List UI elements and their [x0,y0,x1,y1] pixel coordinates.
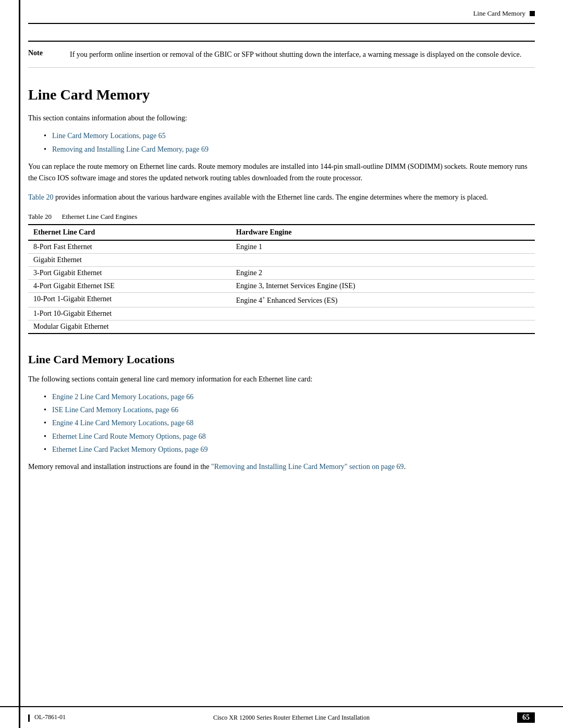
list-item: ISE Line Card Memory Locations, page 66 [44,403,535,416]
subsection-link[interactable]: Ethernet Line Card Route Memory Options,… [52,433,206,440]
table-cell-engine [231,307,535,320]
table-row: 4-Port Gigabit Ethernet ISEEngine 3, Int… [28,279,535,292]
table-row: Modular Gigabit Ethernet [28,320,535,334]
table-cell-engine: Engine 1 [231,240,535,254]
col-header-card: Ethernet Line Card [28,225,231,240]
table-caption-text: Ethernet Line Card Engines [62,213,137,220]
table-header-row: Ethernet Line Card Hardware Engine [28,225,535,240]
subsection-link[interactable]: Engine 2 Line Card Memory Locations, pag… [52,393,193,401]
table-row: 3-Port Gigabit EthernetEngine 2 [28,266,535,279]
table-cell-card: Gigabit Ethernet [28,253,231,266]
table-caption: Table 20 Ethernet Line Card Engines [28,213,535,221]
table-body: 8-Port Fast EthernetEngine 1Gigabit Ethe… [28,240,535,334]
list-item: Engine 4 Line Card Memory Locations, pag… [44,416,535,429]
footer-part-number: OL-7861-01 [34,713,66,721]
footer-page-number: 65 [517,712,535,723]
body-text-2-rest: provides information about the various h… [53,193,488,201]
link-removing-installing[interactable]: Removing and Installing Line Card Memory… [52,145,209,153]
page: Line Card Memory Note If you perform onl… [0,0,563,728]
body-text-2: Table 20 provides information about the … [28,192,535,203]
subsection-link[interactable]: Engine 4 Line Card Memory Locations, pag… [52,419,193,427]
header-rule [28,23,535,24]
page-header: Line Card Memory [0,0,563,23]
subsection-body-link[interactable]: "Removing and Installing Line Card Memor… [211,463,404,471]
table-cell-card: 3-Port Gigabit Ethernet [28,266,231,279]
subsection-intro: The following sections contain general l… [28,374,535,385]
table-cell-engine [231,320,535,334]
body-text-1: You can replace the route memory on Ethe… [28,161,535,184]
table-cell-engine [231,253,535,266]
table-row: 10-Port 1-Gigabit EthernetEngine 4+ Enha… [28,292,535,307]
subsection-link[interactable]: ISE Line Card Memory Locations, page 66 [52,406,178,414]
page-footer: OL-7861-01 Cisco XR 12000 Series Router … [0,706,563,728]
ethernet-engines-table: Ethernet Line Card Hardware Engine 8-Por… [28,224,535,334]
table-cell-engine: Engine 2 [231,266,535,279]
section-intro: This section contains information about … [28,113,535,124]
table20-link[interactable]: Table 20 [28,193,53,201]
table-cell-engine: Engine 3, Internet Services Engine (ISE) [231,279,535,292]
list-item: Line Card Memory Locations, page 65 [44,129,535,142]
footer-center: Cisco XR 12000 Series Router Ethernet Li… [66,714,517,722]
table-row: 1-Port 10-Gigabit Ethernet [28,307,535,320]
note-label: Note [28,49,70,57]
list-item: Removing and Installing Line Card Memory… [44,143,535,156]
table-label: Table 20 [28,213,52,220]
subsection-body: Memory removal and installation instruct… [28,461,535,473]
table-row: 8-Port Fast EthernetEngine 1 [28,240,535,254]
table-cell-card: 4-Port Gigabit Ethernet ISE [28,279,231,292]
left-bar [19,0,20,728]
footer-bar-icon [28,714,30,722]
table-cell-engine: Engine 4+ Enhanced Services (ES) [231,292,535,307]
main-content: Line Card Memory This section contains i… [28,87,535,473]
link-memory-locations[interactable]: Line Card Memory Locations, page 65 [52,132,166,140]
table-cell-card: Modular Gigabit Ethernet [28,320,231,334]
list-item: Ethernet Line Card Packet Memory Options… [44,443,535,456]
section-heading: Line Card Memory [28,87,535,103]
subsection-heading: Line Card Memory Locations [28,353,535,366]
table-cell-card: 8-Port Fast Ethernet [28,240,231,254]
subsection-body-pre: Memory removal and installation instruct… [28,463,211,471]
note-section: Note If you perform online insertion or … [28,41,535,68]
header-square [530,11,535,16]
col-header-engine: Hardware Engine [231,225,535,240]
subsection-body-post: . [404,463,406,471]
table-cell-card: 10-Port 1-Gigabit Ethernet [28,292,231,307]
note-text: If you perform online insertion or remov… [70,49,521,60]
list-item: Engine 2 Line Card Memory Locations, pag… [44,390,535,403]
header-title: Line Card Memory [473,9,525,18]
table-row: Gigabit Ethernet [28,253,535,266]
table-cell-card: 1-Port 10-Gigabit Ethernet [28,307,231,320]
subsection-links-list: Engine 2 Line Card Memory Locations, pag… [44,390,535,456]
list-item: Ethernet Line Card Route Memory Options,… [44,430,535,443]
section-links-list: Line Card Memory Locations, page 65 Remo… [44,129,535,155]
subsection-link[interactable]: Ethernet Line Card Packet Memory Options… [52,446,208,453]
footer-left: OL-7861-01 [28,713,66,721]
